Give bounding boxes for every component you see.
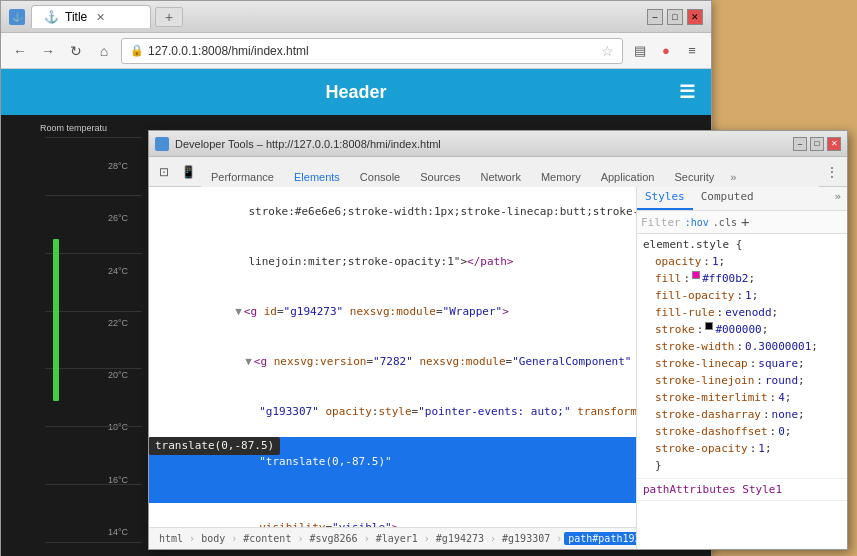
color-swatch-fill — [692, 271, 700, 279]
home-button[interactable]: ⌂ — [93, 40, 115, 62]
devtools-title: Developer Tools – http://127.0.0.1:8008/… — [175, 138, 787, 150]
breadcrumb-path[interactable]: path#path193304 — [564, 532, 637, 545]
maximize-button[interactable]: □ — [667, 9, 683, 25]
forward-button[interactable]: → — [37, 40, 59, 62]
new-tab-button[interactable]: + — [155, 7, 183, 27]
tab-application[interactable]: Application — [591, 167, 665, 189]
menu-icon[interactable]: ≡ — [681, 40, 703, 62]
browser-titlebar: ⚓ ⚓ Title ✕ + – □ ✕ — [1, 1, 711, 33]
style-prop-stroke-opacity: stroke-opacity: 1; — [643, 440, 841, 457]
styles-tab-styles[interactable]: Styles — [637, 187, 693, 210]
devtools-maximize-button[interactable]: □ — [810, 137, 824, 151]
style-prop-stroke-width: stroke-width: 0.30000001; — [643, 338, 841, 355]
cls-filter-button[interactable]: .cls — [713, 217, 737, 228]
tab-favicon: ⚓ — [44, 10, 59, 24]
style-prop-fill-rule: fill-rule:evenodd; — [643, 304, 841, 321]
style-closing: } — [643, 457, 841, 474]
styles-panel: Styles Computed » Filter :hov .cls + ele… — [637, 187, 847, 549]
window-controls: – □ ✕ — [647, 9, 703, 25]
path-attributes-style-label: pathAttributes Style1 — [637, 479, 847, 501]
back-button[interactable]: ← — [9, 40, 31, 62]
style-prop-stroke-dashoffset: stroke-dashoffset: 0; — [643, 423, 841, 440]
devtools-window-controls: – □ ✕ — [793, 137, 841, 151]
close-button[interactable]: ✕ — [687, 9, 703, 25]
app-header: Header ☰ — [1, 69, 711, 115]
style-prop-stroke-miterlimit: stroke-miterlimit: 4; — [643, 389, 841, 406]
devtools-minimize-button[interactable]: – — [793, 137, 807, 151]
breadcrumb-content[interactable]: #content — [239, 532, 295, 545]
header-title: Header — [325, 82, 386, 103]
breadcrumb-svg[interactable]: #svg8266 — [305, 532, 361, 545]
devtools-titlebar: Developer Tools – http://127.0.0.1:8008/… — [149, 131, 847, 157]
filter-label: Filter — [641, 216, 681, 229]
style-prop-stroke-linecap: stroke-linecap: square; — [643, 355, 841, 372]
breadcrumb-body[interactable]: body — [197, 532, 229, 545]
breadcrumb-g193307[interactable]: #g193307 — [498, 532, 554, 545]
dom-line: ▼<g id="g194273" nexsvg:module="Wrapper"… — [149, 287, 636, 337]
element-style-section: element.style { opacity:1; fill:#ff00b2;… — [637, 234, 847, 479]
styles-filter-bar: Filter :hov .cls + — [637, 211, 847, 234]
style-prop-fill: fill:#ff00b2; — [643, 270, 841, 287]
browser-favicon: ⚓ — [9, 9, 25, 25]
style-prop-stroke-linejoin: stroke-linejoin: round; — [643, 372, 841, 389]
hov-filter-button[interactable]: :hov — [685, 217, 709, 228]
temperature-chart: Room temperatu 28°C 26°C 24°C 22°C 20°C … — [1, 115, 146, 556]
inspect-element-button[interactable]: ⊡ — [153, 161, 175, 183]
tab-security[interactable]: Security — [664, 167, 724, 189]
address-bar[interactable]: 🔒 127.0.0.1:8008/hmi/index.html ☆ — [121, 38, 623, 64]
settings-button[interactable]: ⋮ — [821, 161, 843, 183]
element-style-selector: element.style { — [643, 238, 841, 251]
devtools-favicon — [155, 137, 169, 151]
devtools-panel-tabs: Performance Elements Console Sources Net… — [201, 157, 819, 187]
tab-title: Title — [65, 10, 87, 24]
devtools-window: Developer Tools – http://127.0.0.1:8008/… — [148, 130, 848, 550]
browser-tab[interactable]: ⚓ Title ✕ — [31, 5, 151, 28]
bookmarks-icon[interactable]: ▤ — [629, 40, 651, 62]
temp-chart-label: Room temperatu — [5, 123, 142, 133]
style-prop-fill-opacity: fill-opacity:1; — [643, 287, 841, 304]
tab-console[interactable]: Console — [350, 167, 410, 189]
nav-extra-buttons: ▤ ● ≡ — [629, 40, 703, 62]
address-text: 127.0.0.1:8008/hmi/index.html — [148, 44, 597, 58]
device-mode-button[interactable]: 📱 — [177, 161, 199, 183]
minimize-button[interactable]: – — [647, 9, 663, 25]
breadcrumb-bar: html › body › #content › #svg8266 › #lay… — [149, 527, 636, 549]
tab-elements[interactable]: Elements — [284, 167, 350, 189]
new-tab-icon: + — [165, 9, 173, 25]
dom-line: linejoin:miter;stroke-opacity:1"></path> — [149, 237, 636, 287]
styles-more-button[interactable]: » — [828, 187, 847, 210]
bookmark-icon[interactable]: ☆ — [601, 43, 614, 59]
browser-navbar: ← → ↻ ⌂ 🔒 127.0.0.1:8008/hmi/index.html … — [1, 33, 711, 69]
dom-line: "g193307" opacity:style="pointer-events:… — [149, 387, 636, 437]
style-prop-stroke: stroke:#000000; — [643, 321, 841, 338]
devtools-close-button[interactable]: ✕ — [827, 137, 841, 151]
breadcrumb-layer1[interactable]: #layer1 — [372, 532, 422, 545]
lock-icon: 🔒 — [130, 44, 144, 57]
tab-close-button[interactable]: ✕ — [93, 10, 107, 24]
dom-panel[interactable]: stroke:#e6e6e6;stroke-width:1px;stroke-l… — [149, 187, 637, 549]
tab-network[interactable]: Network — [471, 167, 531, 189]
style-prop-stroke-dasharray: stroke-dasharray: none; — [643, 406, 841, 423]
breadcrumb-g194273[interactable]: #g194273 — [432, 532, 488, 545]
breadcrumb-html[interactable]: html — [155, 532, 187, 545]
add-style-button[interactable]: + — [741, 214, 749, 230]
styles-panel-tabs: Styles Computed » — [637, 187, 847, 211]
style-prop-opacity: opacity:1; — [643, 253, 841, 270]
refresh-button[interactable]: ↻ — [65, 40, 87, 62]
color-swatch-stroke — [705, 322, 713, 330]
dom-line: ▼<g nexsvg:version="7282" nexsvg:module=… — [149, 337, 636, 387]
tab-sources[interactable]: Sources — [410, 167, 470, 189]
opera-icon[interactable]: ● — [655, 40, 677, 62]
dom-line: stroke:#e6e6e6;stroke-width:1px;stroke-l… — [149, 187, 636, 237]
tab-memory[interactable]: Memory — [531, 167, 591, 189]
tab-performance[interactable]: Performance — [201, 167, 284, 189]
more-tabs-button[interactable]: » — [724, 167, 742, 187]
styles-tab-computed[interactable]: Computed — [693, 187, 762, 210]
dom-line-selected[interactable]: "translate(0,-87.5)" translate(0,-87.5) — [149, 437, 636, 503]
hamburger-menu-icon[interactable]: ☰ — [679, 81, 695, 103]
transform-tooltip: translate(0,-87.5) — [149, 437, 280, 455]
devtools-main-area: stroke:#e6e6e6;stroke-width:1px;stroke-l… — [149, 187, 847, 549]
devtools-toolbar: ⊡ 📱 Performance Elements Console Sources… — [149, 157, 847, 187]
